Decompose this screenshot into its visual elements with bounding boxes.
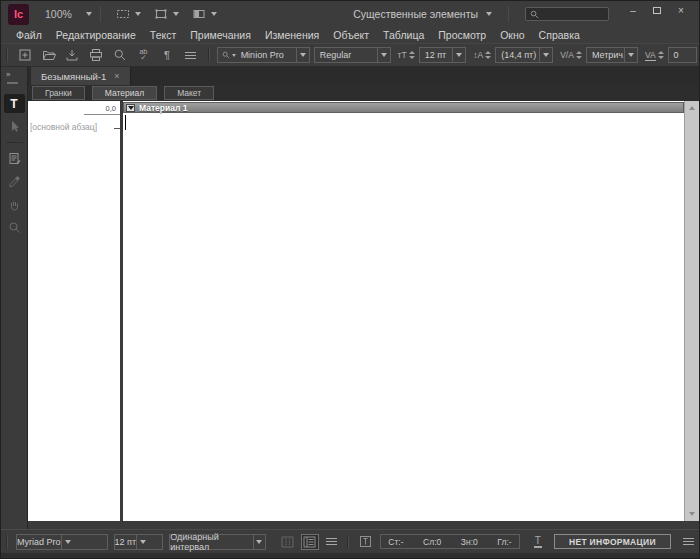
note-tool[interactable]: [1, 147, 27, 170]
zoom-tool[interactable]: [1, 216, 27, 239]
menu-table[interactable]: Таблица: [376, 29, 431, 41]
open-document-button[interactable]: [37, 45, 61, 65]
display-font-value: Myriad Pro: [17, 537, 61, 547]
tab-story[interactable]: Материал: [92, 86, 157, 100]
print-button[interactable]: [84, 45, 108, 65]
title-bar: Ic 100% Существенные элементы: [1, 1, 699, 27]
chevron-down-icon: [296, 48, 309, 62]
scroll-down-icon[interactable]: [689, 512, 695, 516]
menu-help[interactable]: Справка: [532, 29, 587, 41]
menu-view[interactable]: Просмотр: [431, 29, 493, 41]
galley-columns-toggle[interactable]: [279, 534, 297, 550]
workspace-switcher[interactable]: Существенные элементы: [345, 8, 500, 20]
view-options-icon: [115, 6, 131, 22]
scroll-up-icon[interactable]: [689, 106, 695, 110]
vertical-scrollbar[interactable]: [684, 101, 699, 521]
menu-type[interactable]: Текст: [143, 29, 183, 41]
toolbar-menu-button[interactable]: [179, 45, 203, 65]
hand-tool[interactable]: [1, 193, 27, 216]
close-button[interactable]: ×: [669, 3, 693, 17]
view-options-dropdown[interactable]: [109, 3, 147, 25]
font-size-select[interactable]: 12 пт: [419, 47, 467, 63]
chevron-down-icon: [135, 12, 141, 16]
save-content-button[interactable]: [60, 45, 84, 65]
tracking-stepper[interactable]: [658, 51, 664, 59]
kerning-icon: V/A: [560, 50, 574, 60]
search-input[interactable]: [542, 9, 602, 20]
zoom-level-dropdown[interactable]: 100%: [45, 8, 92, 20]
arrange-documents-icon: [191, 6, 207, 22]
control-bar: ab ✓ ¶ Minion Pro Regular тT 12 пт: [1, 43, 699, 67]
line-spacing-select[interactable]: Одинарный интервал: [169, 534, 265, 550]
chevron-down-icon: [253, 535, 265, 549]
menu-window[interactable]: Окно: [493, 29, 531, 41]
leading-stepper[interactable]: [485, 51, 491, 59]
galley-columns-icon: [281, 536, 294, 548]
document-tab[interactable]: Безымянный-1 ×: [31, 67, 131, 85]
stat-depth: Гл:-: [497, 537, 511, 547]
minimize-button[interactable]: –: [621, 3, 645, 17]
open-folder-icon: [41, 47, 57, 63]
tracking-input[interactable]: 0: [668, 47, 697, 63]
info-column: 0,0 [основной абзац]: [28, 101, 120, 521]
info-column-toggle[interactable]: [301, 534, 319, 550]
font-size-stepper[interactable]: [409, 51, 415, 59]
menu-notes[interactable]: Примечания: [183, 29, 258, 41]
view-tabs: Гранки Материал Макет: [28, 85, 699, 101]
font-size-value: 12 пт: [420, 50, 453, 60]
leading-select[interactable]: (14,4 пт): [495, 47, 553, 63]
menu-changes[interactable]: Изменения: [258, 29, 326, 41]
galley-text-area[interactable]: Материал 1: [123, 101, 684, 521]
position-tool[interactable]: [1, 115, 27, 138]
copyfit-info-button[interactable]: [356, 534, 374, 550]
expand-panel-icon[interactable]: »: [1, 67, 27, 79]
hand-icon: [7, 197, 22, 212]
menu-edit[interactable]: Редактирование: [49, 29, 143, 41]
divider: [100, 6, 101, 22]
search-box[interactable]: [525, 7, 609, 21]
display-size-select[interactable]: 12 пт: [114, 534, 164, 550]
depth-ruler-line: [84, 114, 120, 115]
magnifier-icon: [112, 47, 128, 63]
arrange-documents-dropdown[interactable]: [185, 3, 223, 25]
leading-value: (14,4 пт): [496, 50, 539, 60]
kerning-select[interactable]: Метрич.: [586, 47, 638, 63]
statusbar-overflow-menu[interactable]: [679, 534, 697, 550]
new-document-button[interactable]: [13, 45, 37, 65]
font-family-select[interactable]: Minion Pro: [217, 47, 310, 63]
new-document-icon: [17, 47, 33, 63]
display-font-select[interactable]: Myriad Pro: [16, 534, 108, 550]
eyedropper-icon: [7, 174, 22, 189]
find-button[interactable]: [108, 45, 132, 65]
document-tab-title: Безымянный-1: [41, 71, 106, 82]
screen-mode-icon: [153, 6, 169, 22]
tab-galley[interactable]: Гранки: [32, 86, 85, 100]
type-tool[interactable]: T: [1, 92, 27, 115]
story-collapse-icon[interactable]: [126, 104, 135, 112]
kerning-stepper[interactable]: [576, 51, 582, 59]
menu-file[interactable]: Файл: [9, 29, 49, 41]
window-edge: [1, 553, 699, 559]
chevron-down-icon: [86, 12, 92, 16]
font-style-select[interactable]: Regular: [314, 47, 391, 63]
line-spacing-value: Одинарный интервал: [170, 532, 252, 552]
screen-mode-dropdown[interactable]: [147, 3, 185, 25]
statusbar-grip: [347, 535, 349, 549]
tab-layout[interactable]: Макет: [164, 86, 214, 100]
show-hidden-characters-button[interactable]: ¶: [155, 45, 179, 65]
eyedropper-tool[interactable]: [1, 170, 27, 193]
zoom-level-value: 100%: [45, 8, 72, 20]
copyfit-stats: Ст:- Сл:0 Зн:0 Гл:-: [380, 534, 519, 549]
font-size-icon: тT: [398, 50, 407, 60]
toolbar-grip: [208, 48, 210, 62]
menu-bar: Файл Редактирование Текст Примечания Изм…: [1, 27, 699, 43]
no-information-button[interactable]: НЕТ ИНФОРМАЦИИ: [554, 534, 671, 549]
menu-object[interactable]: Объект: [326, 29, 376, 41]
statusbar-menu-button[interactable]: [323, 534, 341, 550]
spellcheck-button[interactable]: ab ✓: [132, 45, 156, 65]
chevron-down-icon: [136, 535, 149, 549]
text-baseline-icon: T: [534, 536, 542, 548]
story-header-bar[interactable]: Материал 1: [123, 102, 684, 113]
tab-close-icon[interactable]: ×: [114, 71, 119, 81]
maximize-button[interactable]: [645, 3, 669, 17]
